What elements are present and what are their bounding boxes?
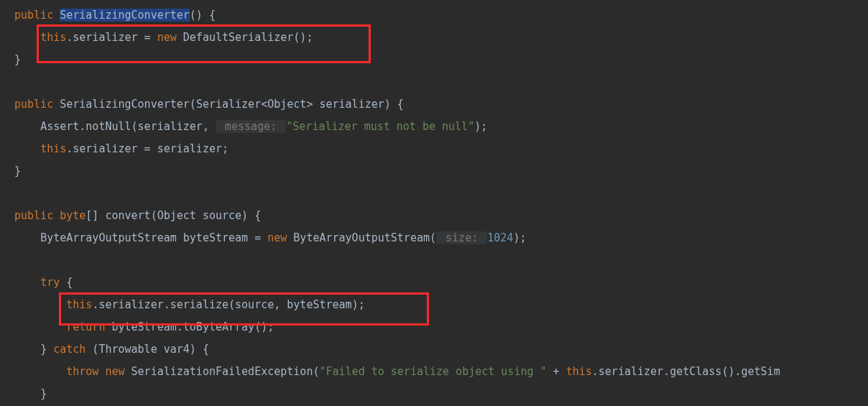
code-line[interactable]: Assert.notNull(serializer, message: "Ser…	[0, 116, 868, 138]
code-token: Throwable	[98, 343, 157, 356]
code-token: ,	[274, 298, 287, 311]
code-token: );	[474, 120, 487, 133]
code-token: this	[40, 31, 66, 44]
code-editor[interactable]: public SerializingConverter() { this.ser…	[0, 0, 868, 406]
code-line[interactable]: this.serializer = new DefaultSerializer(…	[0, 27, 868, 49]
code-token: []	[86, 209, 105, 222]
code-token: ) {	[384, 98, 404, 111]
code-token: 1024	[487, 231, 513, 244]
code-token	[53, 98, 60, 111]
code-token: notNull	[86, 120, 131, 133]
code-token: ByteArrayOutputStream	[40, 231, 177, 244]
code-line[interactable]: ByteArrayOutputStream byteStream = new B…	[0, 227, 868, 249]
code-token: getClass	[670, 365, 721, 378]
code-token: ,	[203, 120, 216, 133]
code-token: .	[79, 120, 86, 133]
code-token: Object	[157, 209, 196, 222]
code-token	[157, 343, 164, 356]
code-token: return	[66, 320, 105, 333]
code-token: =	[138, 142, 157, 155]
code-token: public	[14, 9, 53, 22]
code-token: (	[430, 231, 436, 244]
code-token	[177, 231, 183, 244]
code-token: serializer	[599, 365, 663, 378]
code-token: }	[14, 165, 21, 177]
code-token: public	[14, 209, 53, 222]
code-token: this	[566, 365, 592, 378]
code-token: <	[261, 98, 267, 111]
code-token: }	[14, 53, 21, 66]
code-token: new	[105, 365, 124, 378]
code-token: convert	[105, 209, 150, 222]
code-token: serializer	[319, 98, 384, 111]
code-token: .	[177, 320, 183, 333]
code-token: ;	[222, 142, 228, 155]
code-token: byteStream	[183, 231, 248, 244]
code-token: serialize	[170, 298, 228, 311]
code-token: .	[164, 298, 170, 311]
code-token: ) {	[190, 343, 209, 356]
code-token: new	[267, 231, 287, 244]
code-line[interactable]	[0, 249, 868, 272]
code-token: .	[66, 142, 73, 155]
code-token	[53, 209, 60, 222]
code-token: new	[157, 31, 177, 44]
code-line[interactable]	[0, 183, 868, 205]
code-token: }	[40, 343, 53, 356]
code-token: serializer	[157, 142, 222, 155]
code-token: .	[663, 365, 670, 378]
code-line[interactable]: try {	[0, 272, 868, 294]
code-token: (	[86, 343, 98, 356]
code-token: ();	[293, 31, 313, 44]
code-token: source	[203, 209, 241, 222]
code-line[interactable]: } catch (Throwable var4) {	[0, 338, 868, 361]
code-line[interactable]: }	[0, 383, 868, 405]
code-token: getSim	[741, 365, 780, 378]
code-line[interactable]: this.serializer = serializer;	[0, 138, 868, 160]
code-token	[287, 231, 293, 244]
code-line[interactable]: this.serializer.serialize(source, byteSt…	[0, 294, 868, 316]
code-token: serializer	[138, 120, 203, 133]
code-token: () {	[190, 9, 216, 22]
code-token: }	[40, 387, 47, 400]
code-token: size:	[436, 231, 487, 244]
code-token: );	[352, 298, 365, 311]
code-line[interactable]: public SerializingConverter() {	[0, 4, 868, 27]
code-line[interactable]: throw new SerializationFailedException("…	[0, 361, 868, 383]
code-token: serializer	[98, 298, 163, 311]
code-token: this	[40, 142, 66, 155]
code-token: SerializingConverter	[60, 98, 190, 111]
code-token: SerializingConverter	[60, 9, 190, 22]
code-token: Object	[267, 98, 306, 111]
code-line[interactable]: }	[0, 160, 868, 183]
code-token: var4	[164, 343, 190, 356]
code-token: public	[14, 98, 53, 111]
code-token: (	[131, 120, 138, 133]
code-line[interactable]: public byte[] convert(Object source) {	[0, 205, 868, 227]
code-token: .	[66, 31, 73, 44]
code-token: >	[306, 98, 319, 111]
code-token	[177, 31, 183, 44]
code-line[interactable]: return byteStream.toByteArray();	[0, 316, 868, 338]
code-line[interactable]: }	[0, 49, 868, 71]
code-token: =	[138, 31, 157, 44]
code-line[interactable]	[0, 71, 868, 93]
code-token: byteStream	[287, 298, 351, 311]
code-token: (	[228, 298, 235, 311]
code-token: serializer	[73, 31, 137, 44]
code-token: "Failed to serialize object using "	[319, 365, 546, 378]
code-token: byteStream	[111, 320, 176, 333]
code-token: serializer	[73, 142, 137, 155]
code-token: message:	[216, 120, 286, 133]
code-token: ) {	[241, 209, 261, 222]
code-line[interactable]: public SerializingConverter(Serializer<O…	[0, 93, 868, 116]
code-token: ().	[721, 365, 741, 378]
code-token: );	[513, 231, 526, 244]
code-token: +	[547, 365, 566, 378]
code-token: try	[40, 276, 60, 289]
code-token: ByteArrayOutputStream	[293, 231, 430, 244]
code-token: ();	[254, 320, 274, 333]
code-token: DefaultSerializer	[183, 31, 294, 44]
code-token: {	[60, 276, 73, 289]
code-token	[125, 365, 131, 378]
